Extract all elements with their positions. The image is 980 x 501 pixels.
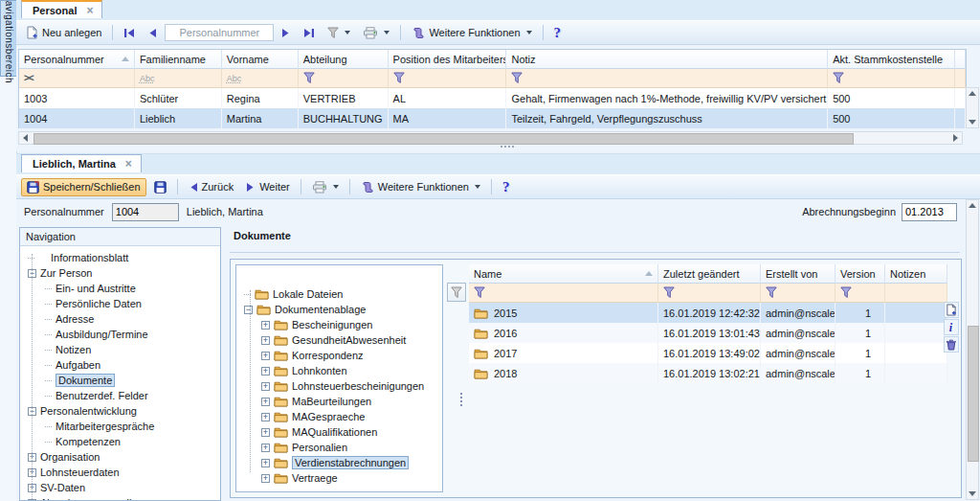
column-header[interactable]: Version bbox=[835, 264, 885, 284]
tree-filter-button[interactable] bbox=[447, 283, 466, 302]
folder-item[interactable]: Lokale Dateien bbox=[236, 286, 442, 302]
expand-icon[interactable]: + bbox=[261, 382, 270, 391]
add-document-button[interactable] bbox=[944, 302, 959, 318]
close-icon[interactable]: × bbox=[125, 159, 132, 169]
folder-item[interactable]: +Lohnkonten bbox=[236, 363, 442, 378]
folder-item[interactable]: +Vertraege bbox=[236, 470, 442, 486]
expand-icon[interactable]: + bbox=[261, 459, 270, 467]
scrollbar-thumb[interactable] bbox=[968, 326, 979, 462]
filter-cell[interactable] bbox=[469, 284, 658, 303]
collapse-icon[interactable]: − bbox=[244, 306, 253, 314]
expand-icon[interactable]: + bbox=[261, 474, 270, 483]
nav-item[interactable]: −Zur Person bbox=[20, 265, 220, 281]
nav-item[interactable]: +Lohnsteuerdaten bbox=[20, 465, 220, 480]
nav-item[interactable]: +Abrechnungsgrundlagen bbox=[20, 495, 220, 501]
filter-cell[interactable]: Abc bbox=[135, 69, 222, 88]
column-header[interactable]: Notiz bbox=[506, 50, 828, 69]
save-close-button[interactable]: Speichern/Schließen bbox=[21, 178, 146, 196]
filter-cell[interactable] bbox=[506, 69, 828, 88]
last-record-button[interactable] bbox=[299, 26, 320, 40]
expand-icon[interactable]: + bbox=[261, 352, 270, 360]
help-button[interactable]: ? bbox=[549, 23, 567, 43]
nav-item[interactable]: +Organisation bbox=[20, 449, 220, 465]
expand-icon[interactable]: + bbox=[261, 413, 270, 421]
tab-person-detail[interactable]: Lieblich, Martina × bbox=[21, 154, 142, 172]
column-header[interactable]: Abteilung bbox=[299, 50, 389, 69]
filter-cell[interactable] bbox=[389, 69, 507, 88]
navigation-area-tab[interactable]: Navigationsbereich bbox=[0, 0, 17, 77]
print-menu-button[interactable] bbox=[307, 179, 344, 195]
filter-cell[interactable]: >< bbox=[19, 69, 135, 88]
nav-item[interactable]: Benutzerdef. Felder bbox=[20, 388, 220, 403]
more-functions-button[interactable]: Weitere Funktionen bbox=[356, 179, 485, 195]
scroll-left-icon[interactable] bbox=[23, 134, 28, 142]
nav-item[interactable]: Persönliche Daten bbox=[20, 296, 220, 311]
folder-item[interactable]: +Personalien bbox=[236, 440, 442, 455]
tree-table-splitter-handle[interactable] bbox=[460, 393, 462, 406]
pane-splitter-handle[interactable] bbox=[501, 146, 514, 148]
table-row-selected[interactable]: 1004 Lieblich Martina BUCHHALTUNG MA Tei… bbox=[19, 108, 966, 128]
column-header[interactable]: Name bbox=[469, 264, 658, 284]
record-navigator-field[interactable]: Personalnummer bbox=[165, 24, 274, 41]
filter-cell[interactable] bbox=[828, 69, 955, 88]
table-row[interactable]: 2016 16.01.2019 13:01:43 admin@nscale 1 bbox=[469, 323, 947, 343]
folder-item[interactable]: +GesundheitAbwesenheit bbox=[236, 332, 442, 348]
column-header[interactable]: Familienname bbox=[135, 50, 222, 69]
table-row[interactable]: 2018 16.01.2019 13:02:21 admin@nscale 1 bbox=[469, 363, 947, 383]
folder-item[interactable]: +Korrespondenz bbox=[236, 348, 442, 363]
filter-cell[interactable] bbox=[955, 69, 966, 88]
tab-personal[interactable]: Personal × bbox=[21, 0, 102, 18]
delete-button[interactable] bbox=[944, 336, 959, 353]
column-header[interactable]: Erstellt von bbox=[761, 264, 835, 284]
nav-item[interactable]: Adresse bbox=[20, 311, 220, 327]
filter-cell[interactable] bbox=[885, 284, 947, 303]
folder-item[interactable]: +MaBeurteilungen bbox=[236, 394, 442, 409]
nav-item[interactable]: Notizen bbox=[20, 342, 220, 357]
expand-icon[interactable]: + bbox=[261, 428, 270, 437]
scroll-down-icon[interactable] bbox=[969, 120, 976, 125]
column-header[interactable]: Position des Mitarbeiters bbox=[389, 50, 507, 69]
nav-item[interactable]: Kompetenzen bbox=[20, 434, 220, 449]
column-header[interactable]: Notizen bbox=[885, 264, 947, 284]
more-functions-button[interactable]: Weitere Funktionen bbox=[407, 25, 536, 41]
scroll-up-icon[interactable] bbox=[969, 203, 976, 208]
next-record-button[interactable] bbox=[277, 26, 296, 40]
save-button[interactable] bbox=[149, 179, 171, 195]
forward-button[interactable]: Weiter bbox=[241, 179, 295, 194]
nav-item[interactable]: +SV-Daten bbox=[20, 480, 220, 495]
column-header[interactable]: Zuletzt geändert bbox=[658, 264, 761, 284]
scrollbar-thumb[interactable] bbox=[33, 133, 854, 145]
expand-icon[interactable]: + bbox=[261, 444, 270, 452]
filter-cell[interactable] bbox=[658, 284, 761, 303]
nav-item[interactable]: Aufgaben bbox=[20, 357, 220, 373]
filter-cell[interactable] bbox=[761, 284, 835, 303]
column-header[interactable]: Vorname bbox=[222, 50, 299, 69]
folder-item[interactable]: −Dokumentenablage bbox=[236, 302, 442, 317]
new-record-button[interactable]: Neu anlegen bbox=[21, 24, 106, 41]
nav-item[interactable]: Ein- und Austritte bbox=[20, 281, 220, 296]
scroll-right-icon[interactable] bbox=[953, 134, 958, 142]
nav-item-selected[interactable]: Dokumente bbox=[20, 373, 220, 388]
grid-vertical-scrollbar[interactable] bbox=[966, 87, 979, 128]
back-button[interactable]: Zurück bbox=[184, 179, 239, 194]
filter-cell[interactable]: Abc bbox=[222, 69, 299, 88]
personalnummer-field[interactable] bbox=[112, 203, 179, 221]
expand-icon[interactable]: + bbox=[261, 367, 270, 376]
table-row-selected[interactable]: 2015 16.01.2019 12:42:32 admin@nscale 1 bbox=[469, 303, 947, 323]
help-button[interactable]: ? bbox=[498, 177, 515, 197]
filter-cell[interactable] bbox=[299, 69, 389, 88]
filter-menu-button[interactable] bbox=[323, 25, 355, 41]
column-header[interactable]: Personalnummer bbox=[19, 50, 135, 69]
folder-item[interactable]: +MAGespraeche bbox=[236, 409, 442, 424]
close-icon[interactable]: × bbox=[86, 6, 93, 15]
nav-item[interactable]: Ausbildung/Termine bbox=[20, 327, 220, 342]
prev-record-button[interactable] bbox=[143, 26, 162, 40]
folder-item-selected[interactable]: +Verdienstabrechnungen bbox=[236, 455, 442, 470]
expand-icon[interactable]: + bbox=[261, 336, 270, 345]
folder-item[interactable]: +MAQualifikationen bbox=[236, 424, 442, 440]
scroll-down-icon[interactable] bbox=[969, 491, 976, 496]
nav-item[interactable]: Mitarbeitergespräche bbox=[20, 419, 220, 434]
nav-item[interactable]: Informationsblatt bbox=[20, 250, 220, 265]
info-button[interactable]: i bbox=[944, 319, 959, 335]
table-row[interactable]: 2017 16.01.2019 13:49:02 admin@nscale 1 bbox=[469, 343, 947, 363]
